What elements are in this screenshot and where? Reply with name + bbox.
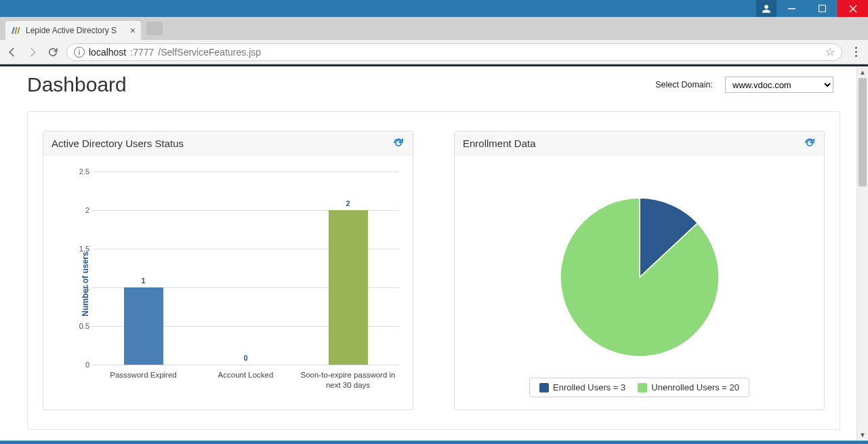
y-tick: 2.5 (73, 167, 89, 176)
y-tick: 1 (73, 283, 89, 291)
x-tick-label: Passsword Expired (92, 366, 194, 404)
y-tick: 0.5 (73, 322, 89, 330)
dashboard-cards: Active Directory Users Status Number of … (27, 111, 840, 430)
back-button[interactable] (5, 45, 19, 59)
legend-swatch (539, 383, 549, 392)
pie-chart (552, 189, 728, 365)
minimize-button[interactable] (777, 0, 807, 17)
close-window-button[interactable] (838, 0, 868, 17)
site-info-icon[interactable]: i (74, 47, 85, 58)
tab-title: Lepide Active Directory S (26, 26, 117, 35)
domain-select[interactable]: www.vdoc.com (725, 77, 833, 93)
url-host: localhost (89, 47, 126, 58)
y-tick: 2 (73, 206, 89, 214)
address-bar[interactable]: i localhost:7777/SelfServiceFeatures.jsp… (66, 43, 842, 61)
x-tick-label: Soon-to-expire password in next 30 days (297, 366, 399, 404)
legend-swatch (638, 383, 647, 392)
page-content: Dashboard Select Domain: www.vdoc.com Ac… (0, 64, 868, 441)
scroll-up-icon[interactable]: ▲ (857, 66, 868, 78)
url-path: /SelfServiceFeatures.jsp (158, 47, 261, 58)
browser-tabstrip: Lepide Active Directory S × (0, 17, 868, 40)
bar-chart: Number of users 00.511.522.5102 Passswor… (49, 163, 407, 404)
maximize-button[interactable] (807, 0, 838, 17)
card-title: Active Directory Users Status (51, 138, 184, 149)
legend-item-enrolled: Enrolled Users = 3 (539, 382, 625, 392)
url-port: :7777 (130, 47, 154, 58)
refresh-icon[interactable] (804, 137, 816, 149)
ad-users-status-card: Active Directory Users Status Number of … (43, 131, 413, 410)
y-tick: 1.5 (73, 245, 89, 253)
user-account-button[interactable] (756, 0, 777, 17)
bar-value-label: 0 (243, 354, 247, 362)
scroll-thumb[interactable] (859, 78, 867, 186)
page-scrollbar[interactable]: ▲ ▼ (856, 66, 868, 441)
scroll-down-icon[interactable]: ▼ (857, 429, 868, 441)
refresh-icon[interactable] (392, 137, 405, 149)
browser-menu-button[interactable] (849, 47, 863, 57)
tab-close-icon[interactable]: × (130, 25, 136, 36)
svg-rect-0 (788, 8, 795, 9)
bar: 2 (329, 210, 368, 365)
favicon-icon (11, 25, 22, 36)
enrollment-data-card: Enrollment Data Enrolled Users = 3 (454, 131, 825, 410)
svg-rect-1 (819, 5, 826, 12)
new-tab-button[interactable] (146, 22, 163, 35)
bar: 1 (124, 287, 163, 365)
page-title: Dashboard (27, 73, 127, 96)
window-titlebar (0, 0, 868, 17)
pie-legend: Enrolled Users = 3 Unenrolled Users = 20 (529, 378, 749, 397)
card-title: Enrollment Data (463, 138, 536, 149)
y-tick: 0 (73, 361, 89, 369)
browser-tab[interactable]: Lepide Active Directory S × (5, 21, 141, 40)
forward-button[interactable] (26, 45, 39, 59)
bar-value-label: 2 (346, 199, 350, 207)
browser-toolbar: i localhost:7777/SelfServiceFeatures.jsp… (0, 40, 868, 64)
bookmark-star-icon[interactable]: ☆ (825, 45, 835, 58)
x-tick-label: Account Locked (194, 366, 297, 404)
bar-value-label: 1 (141, 277, 145, 285)
page-header: Dashboard Select Domain: www.vdoc.com (7, 66, 854, 104)
domain-select-label: Select Domain: (655, 80, 713, 89)
legend-item-unenrolled: Unenrolled Users = 20 (638, 382, 739, 392)
reload-button[interactable] (46, 45, 60, 59)
